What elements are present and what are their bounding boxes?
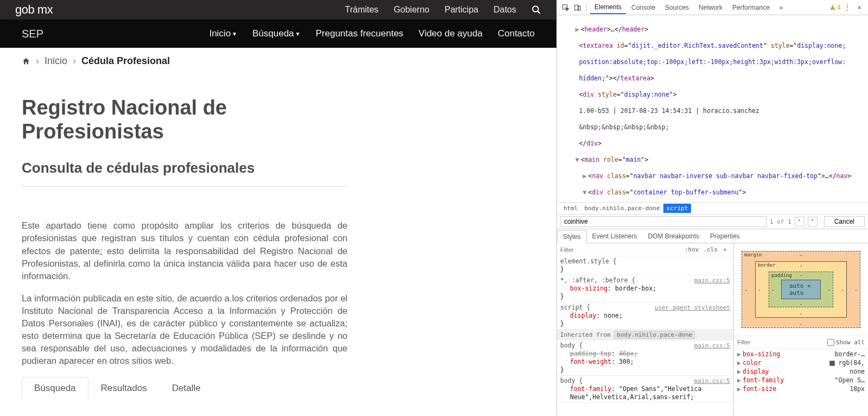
find-input[interactable] [560,216,766,227]
show-all-checkbox[interactable]: Show all [827,339,865,346]
devtools-menu-icon[interactable]: ⋮ [842,2,853,13]
devtools-tab-sources[interactable]: Sources [661,2,693,14]
styles-filter-input[interactable] [560,247,682,253]
search-icon[interactable] [531,5,541,15]
chevron-down-icon: ▼ [232,31,237,37]
tab-detalle[interactable]: Detalle [160,377,213,399]
subnav-busqueda[interactable]: Búsqueda▼ [252,28,300,39]
webpage: gob mx Trámites Gobierno Participa Datos… [0,0,556,416]
rule-selector: body { [560,377,583,385]
breadcrumb-home[interactable]: Inicio [45,55,67,67]
nbsp-text: &nbsp;&nbsp;&nbsp;&nbsp; [579,123,669,131]
add-rule-icon[interactable]: ＋ [720,245,730,254]
devtools-panel: Elements Console Sources Network Perform… [556,0,868,416]
devtools-tab-performance[interactable]: Performance [728,2,774,14]
css-rules[interactable]: element.style {} main.css:5 *, :after, :… [557,256,733,416]
nav-datos[interactable]: Datos [493,5,516,15]
rule-source-link[interactable]: main.css:5 [694,276,730,285]
color-swatch [829,361,835,366]
svg-line-1 [537,11,540,14]
breadcrumb-sep: › [73,55,76,67]
inherited-from-chip[interactable]: body.nihilo.pace-done [614,331,695,339]
find-next-icon[interactable]: ˅ [808,217,818,226]
styles-subtabs: Styles Event Listeners DOM Breakpoints P… [557,229,868,243]
breadcrumb: › Inicio › Cédula Profesional [0,48,556,74]
find-prev-icon[interactable]: ˄ [795,217,804,226]
sep-label: SEP [22,28,43,40]
rule-selector: body { [560,342,583,349]
rule-source-ua: user agent stylesheet [655,304,730,312]
content-tabs: Búsqueda Resultados Detalle [22,377,347,399]
bm-margin-label: margin [744,252,762,257]
intro-paragraph-2: La información publicada en este sitio, … [22,292,347,368]
rule-selector: element.style { [560,257,617,265]
rule-selector: *, :after, :before { [560,276,635,284]
subnav-contacto[interactable]: Contacto [498,28,535,39]
rule-source-link[interactable]: main.css:5 [694,377,730,385]
page-title: Registro Nacional de Profesionistas [22,96,347,143]
crumb-html[interactable]: html [560,204,581,213]
rule-selector: script { [560,304,590,311]
breadcrumb-sep: › [36,55,39,67]
bm-padding-label: padding [771,273,792,278]
subtab-properties[interactable]: Properties [705,230,745,242]
tab-busqueda[interactable]: Búsqueda [22,377,88,399]
tab-resultados[interactable]: Resultados [88,377,160,399]
inspect-icon[interactable] [560,2,571,13]
hov-button[interactable]: :hov [682,246,701,253]
chevron-down-icon: ▼ [295,31,301,37]
subnav-video[interactable]: Video de ayuda [419,28,483,39]
bm-border-label: border [758,262,776,268]
devtools-tab-more[interactable]: » [775,2,788,14]
subtab-styles[interactable]: Styles [557,230,587,243]
device-toggle-icon[interactable] [572,2,583,13]
devtools-tab-console[interactable]: Console [627,2,660,14]
warnings-badge[interactable]: 4 [829,4,841,11]
devtools-tab-elements[interactable]: Elements [590,1,626,14]
find-count: 1 of 1 [770,218,791,225]
styles-pane: :hov .cls ＋ element.style {} main.css:5 … [557,243,734,416]
find-bar: 1 of 1 ˄ ˅ Cancel [557,214,868,229]
computed-properties[interactable]: ▶box-sizingborder-… ▶color rgb(84, ▶disp… [734,349,868,416]
intro-paragraph-1: Este apartado tiene como propósito ampli… [22,219,347,282]
crumb-script[interactable]: script [663,204,692,213]
dom-tree[interactable]: ▶<header>…</header> <textarea id="dijit.… [557,15,868,202]
subtab-dom-breakpoints[interactable]: DOM Breakpoints [642,230,705,242]
svg-point-0 [533,6,538,12]
devtools-close-icon[interactable]: × [854,2,865,13]
inherited-from-label: Inherited from [560,331,611,338]
computed-filter-input[interactable] [737,339,824,345]
page-subtitle: Consulta de cédulas profesionales [22,160,347,177]
divider [22,186,347,187]
find-cancel-button[interactable]: Cancel [824,216,865,227]
dom-breadcrumbs: html body.nihilo.pace-done script [557,202,868,214]
cls-button[interactable]: .cls [701,246,720,253]
home-icon[interactable] [22,57,30,66]
crumb-body[interactable]: body.nihilo.pace-done [581,204,663,213]
nav-participa[interactable]: Participa [445,5,478,15]
subnav-preguntas[interactable]: Preguntas frecuentes [315,28,403,39]
sep-subnav: SEP Inicio▼ Búsqueda▼ Preguntas frecuent… [0,20,556,48]
devtools-tab-network[interactable]: Network [694,2,727,14]
nav-tramites[interactable]: Trámites [345,5,378,15]
build-version-text: 1.00-b53 | 2017-08-23 14:54:31 | horacio… [560,107,759,115]
bm-content-size: auto × auto [781,280,821,299]
devtools-toolbar: Elements Console Sources Network Perform… [557,0,868,15]
box-model[interactable]: margin - - - - border - - - - padding [734,243,868,336]
breadcrumb-current: Cédula Profesional [81,55,170,67]
gobmx-logo: gob mx [15,3,53,17]
gov-header: gob mx Trámites Gobierno Participa Datos [0,0,556,20]
computed-pane: margin - - - - border - - - - padding [734,243,868,416]
nav-gobierno[interactable]: Gobierno [394,5,429,15]
subnav-inicio[interactable]: Inicio▼ [209,28,237,39]
rule-source-link[interactable]: main.css:5 [694,342,730,350]
subtab-event-listeners[interactable]: Event Listeners [587,230,643,242]
